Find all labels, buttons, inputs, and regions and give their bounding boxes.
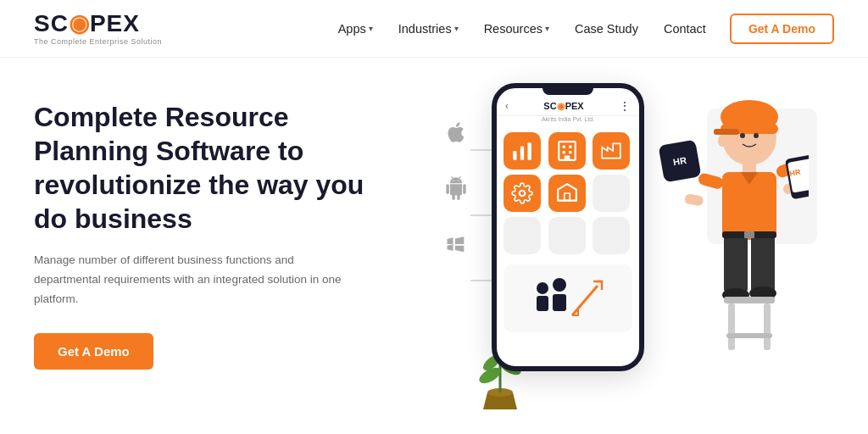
app-icon-empty-1 xyxy=(593,175,630,212)
nav-apps[interactable]: Apps ▾ xyxy=(328,17,383,41)
svg-rect-6 xyxy=(562,151,565,153)
logo-subtitle: The Complete Enterprise Solution xyxy=(34,37,162,46)
svg-rect-41 xyxy=(726,333,772,338)
logo-pex: PEX xyxy=(90,10,140,36)
nav-resources[interactable]: Resources ▾ xyxy=(474,17,559,41)
svg-rect-10 xyxy=(564,193,570,201)
header: SC◉PEX The Complete Enterprise Solution … xyxy=(0,0,868,58)
svg-rect-19 xyxy=(714,129,739,135)
phone-back-arrow: ‹ xyxy=(505,100,509,112)
hero-section: Complete Resource Planning Software to r… xyxy=(0,58,868,434)
windows-icon xyxy=(441,229,471,259)
svg-rect-14 xyxy=(553,294,566,311)
svg-rect-5 xyxy=(569,146,571,148)
svg-point-22 xyxy=(718,135,726,147)
nav-contact[interactable]: Contact xyxy=(654,17,716,41)
phone-company-name: Akrits India Pvt. Ltd. xyxy=(497,116,639,125)
phone-bottom-banner xyxy=(504,264,632,332)
phone-notch xyxy=(542,88,593,95)
apple-icon xyxy=(441,117,471,147)
svg-point-20 xyxy=(740,133,745,138)
svg-point-13 xyxy=(553,278,566,292)
phone-app-grid xyxy=(497,125,639,261)
hr-badge: HR xyxy=(659,140,702,183)
svg-rect-26 xyxy=(684,193,704,207)
app-icon-empty-4 xyxy=(593,217,630,254)
logo-o: ◉ xyxy=(69,10,90,36)
app-icon-empty-3 xyxy=(548,217,586,254)
svg-rect-8 xyxy=(564,155,570,159)
svg-point-21 xyxy=(754,133,759,138)
app-icon-building xyxy=(548,132,586,170)
nav-case-study[interactable]: Case Study xyxy=(565,17,648,41)
svg-rect-37 xyxy=(744,231,754,238)
logo: SC◉PEX The Complete Enterprise Solution xyxy=(34,12,162,46)
chevron-down-icon: ▾ xyxy=(369,24,373,33)
svg-rect-12 xyxy=(537,296,548,311)
svg-rect-4 xyxy=(562,146,565,148)
svg-rect-32 xyxy=(724,234,748,293)
hero-illustration: ‹ SC◉PEX ⋮ Akrits India Pvt. Ltd. xyxy=(390,75,834,434)
svg-rect-38 xyxy=(724,297,775,303)
app-icon-chart xyxy=(504,132,541,170)
hero-demo-button[interactable]: Get A Demo xyxy=(34,333,153,370)
header-demo-button[interactable]: Get A Demo xyxy=(730,14,834,44)
phone-header: ‹ SC◉PEX ⋮ xyxy=(497,95,639,116)
android-icon xyxy=(441,173,471,203)
svg-rect-23 xyxy=(743,161,756,174)
app-icon-warehouse xyxy=(548,175,586,212)
app-icon-empty-2 xyxy=(504,217,541,254)
svg-rect-40 xyxy=(764,303,771,350)
platform-icons xyxy=(441,117,471,259)
chevron-down-icon: ▾ xyxy=(454,24,459,33)
phone-mockup: ‹ SC◉PEX ⋮ Akrits India Pvt. Ltd. xyxy=(492,83,644,371)
hero-title: Complete Resource Planning Software to r… xyxy=(34,100,390,236)
logo-sc: SC xyxy=(34,10,69,36)
phone-logo: SC◉PEX xyxy=(543,101,583,112)
svg-rect-7 xyxy=(569,151,571,153)
phone-menu-icon: ⋮ xyxy=(619,99,631,113)
svg-rect-39 xyxy=(728,303,735,350)
nav-industries[interactable]: Industries ▾ xyxy=(388,17,469,41)
character-illustration: HR xyxy=(639,92,809,366)
svg-rect-0 xyxy=(513,151,516,160)
svg-rect-1 xyxy=(520,147,524,160)
chevron-down-icon: ▾ xyxy=(545,24,549,33)
svg-point-11 xyxy=(537,282,548,294)
main-nav: Apps ▾ Industries ▾ Resources ▾ Case Stu… xyxy=(328,14,834,44)
svg-point-9 xyxy=(520,191,526,197)
hero-description: Manage number of different business func… xyxy=(34,251,348,309)
app-icon-settings xyxy=(504,175,541,212)
hero-content: Complete Resource Planning Software to r… xyxy=(34,75,390,370)
svg-rect-33 xyxy=(751,234,775,293)
svg-rect-2 xyxy=(528,142,531,160)
svg-rect-25 xyxy=(697,172,725,190)
app-icon-factory xyxy=(593,132,630,170)
